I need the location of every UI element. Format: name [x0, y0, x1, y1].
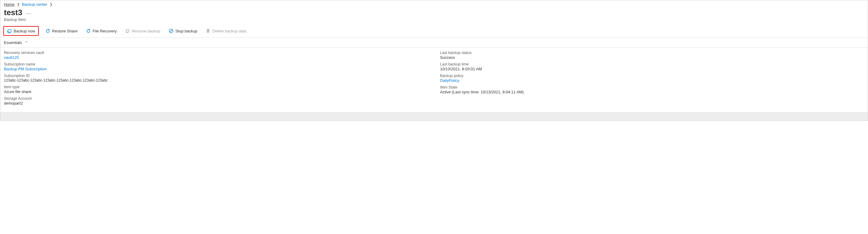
file-recovery-label: File Recovery: [93, 29, 117, 33]
backup-now-label: Backup now: [13, 29, 35, 33]
resume-backup-icon: [125, 29, 130, 33]
bottom-bar: [0, 112, 868, 120]
backup-now-button[interactable]: Backup now: [5, 27, 37, 34]
breadcrumb-backup-center[interactable]: Backup center: [22, 2, 47, 7]
last-backup-status-label: Last backup status: [440, 51, 864, 55]
restore-share-label: Restore Share: [52, 29, 78, 33]
delete-backup-data-button: Delete backup data: [204, 27, 248, 34]
resume-backup-label: Resume backup: [132, 29, 160, 33]
resume-backup-button: Resume backup: [123, 27, 162, 34]
subscription-id-label: Subscription ID: [4, 74, 428, 78]
file-recovery-button[interactable]: File Recovery: [84, 27, 118, 34]
stop-backup-icon: [169, 29, 174, 33]
backup-now-icon: [7, 29, 12, 33]
breadcrumb-home[interactable]: Home: [4, 2, 14, 7]
restore-share-icon: [45, 29, 50, 33]
essentials-toggle[interactable]: Essentials ⌃: [0, 38, 868, 48]
item-type-label: Item type: [4, 85, 428, 89]
essentials-label: Essentials: [4, 40, 22, 45]
backup-policy-label: Backup policy: [440, 74, 864, 78]
breadcrumb: Home ❯ Backup center ❯: [0, 0, 868, 7]
item-state-value: Active (Last sync time: 10/13/2021, 8:04…: [440, 90, 864, 94]
stop-backup-label: Stop backup: [175, 29, 197, 33]
last-backup-status-value: Success: [440, 55, 864, 60]
stop-backup-button[interactable]: Stop backup: [167, 27, 199, 34]
file-recovery-icon: [86, 29, 91, 33]
essentials-panel: Recovery services vault vault125 Subscri…: [0, 48, 868, 112]
backup-policy-value[interactable]: DailyPolicy: [440, 78, 864, 83]
chevron-right-icon: ❯: [50, 2, 52, 6]
restore-share-button[interactable]: Restore Share: [43, 27, 79, 34]
storage-account-label: Storage Account: [4, 96, 428, 100]
last-backup-time-value: 10/13/2021, 8:03:01 AM: [440, 67, 864, 71]
chevron-right-icon: ❯: [17, 2, 20, 6]
last-backup-time-label: Last backup time: [440, 62, 864, 66]
chevron-up-icon: ⌃: [25, 40, 28, 45]
delete-icon: [206, 29, 211, 33]
more-actions-button[interactable]: ⋯: [26, 8, 32, 17]
storage-account-value: demopart2: [4, 101, 428, 106]
page-subtitle: Backup Item: [0, 17, 868, 25]
recovery-vault-value[interactable]: vault125: [4, 55, 428, 60]
subscription-name-label: Subscription name: [4, 62, 428, 66]
subscription-id-value: 123abc-123abc-123abc-123abc-123abc-123ab…: [4, 78, 428, 83]
command-bar: Backup now Restore Share File Recovery R…: [0, 25, 868, 38]
item-state-label: Item State: [440, 85, 864, 89]
svg-line-1: [170, 30, 172, 32]
page-title: test3: [4, 8, 23, 17]
recovery-vault-label: Recovery services vault: [4, 51, 428, 55]
subscription-name-value[interactable]: Backup PM Subscription: [4, 67, 428, 71]
delete-backup-data-label: Delete backup data: [212, 29, 246, 33]
item-type-value: Azure file share: [4, 89, 428, 94]
